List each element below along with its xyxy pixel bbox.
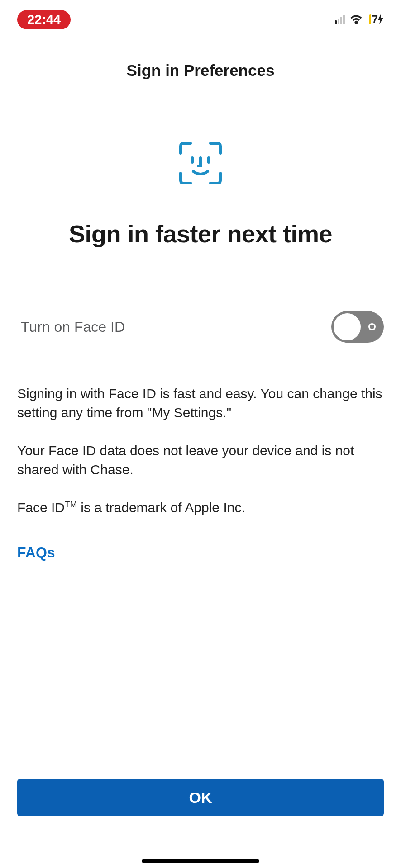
description-paragraph: Signing in with Face ID is fast and easy…: [17, 384, 384, 422]
home-indicator[interactable]: [142, 859, 259, 863]
face-id-toggle[interactable]: [331, 311, 384, 343]
description-paragraph: Your Face ID data does not leave your de…: [17, 441, 384, 479]
faqs-link[interactable]: FAQs: [0, 544, 401, 561]
wifi-icon: [350, 15, 362, 24]
toggle-label: Turn on Face ID: [21, 319, 125, 335]
status-icons: 7: [335, 13, 384, 26]
status-bar: 22:44 7: [0, 0, 401, 35]
signal-icon: [335, 15, 345, 24]
description-paragraph: Face IDTM is a trademark of Apple Inc.: [17, 498, 384, 517]
toggle-row: Turn on Face ID: [0, 311, 401, 343]
status-time: 22:44: [17, 10, 71, 29]
battery-icon: 7: [369, 13, 384, 26]
description-block: Signing in with Face ID is fast and easy…: [0, 384, 401, 517]
page-title: Sign in Preferences: [0, 61, 401, 80]
ok-button[interactable]: OK: [17, 779, 384, 816]
face-id-icon: [0, 141, 401, 186]
hero-title: Sign in faster next time: [0, 220, 401, 248]
